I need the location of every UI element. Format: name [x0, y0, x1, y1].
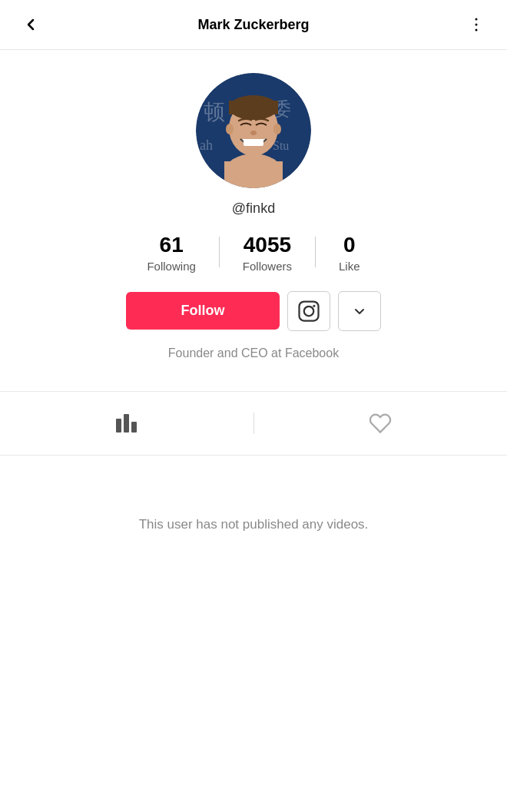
profile-section: 顿 委 ah Stu	[0, 50, 507, 383]
grid-icon	[116, 414, 137, 433]
following-label: Following	[147, 260, 195, 273]
instagram-button[interactable]	[287, 291, 330, 331]
svg-point-18	[304, 306, 314, 316]
following-count: 61	[160, 232, 184, 258]
svg-point-14	[273, 124, 281, 134]
following-stat[interactable]: 61 Following	[124, 232, 218, 273]
username: @finkd	[232, 201, 275, 217]
empty-message: This user has not published any videos.	[139, 517, 369, 532]
dropdown-button[interactable]	[338, 291, 381, 331]
svg-point-1	[476, 24, 478, 26]
tab-liked[interactable]	[254, 404, 508, 442]
profile-bio: Founder and CEO at Facebook	[168, 346, 339, 360]
followers-count: 4055	[244, 232, 291, 258]
avatar: 顿 委 ah Stu	[196, 73, 311, 188]
svg-point-15	[250, 131, 257, 135]
actions-row: Follow	[126, 291, 381, 331]
likes-label: Like	[339, 260, 360, 273]
back-button[interactable]	[15, 12, 46, 37]
svg-point-13	[226, 124, 234, 134]
svg-point-19	[313, 304, 315, 307]
header-title: Mark Zuckerberg	[46, 17, 461, 33]
stats-row: 61 Following 4055 Followers 0 Like	[15, 232, 492, 273]
svg-rect-16	[244, 140, 263, 146]
svg-point-2	[476, 29, 478, 31]
svg-text:ah: ah	[200, 138, 213, 153]
svg-rect-9	[224, 161, 283, 188]
more-options-button[interactable]	[461, 12, 492, 37]
instagram-icon	[297, 300, 320, 323]
empty-state: This user has not published any videos.	[0, 456, 507, 594]
followers-stat[interactable]: 4055 Followers	[220, 232, 315, 273]
follow-button[interactable]: Follow	[126, 292, 280, 330]
svg-text:顿: 顿	[204, 100, 225, 124]
svg-point-0	[476, 18, 478, 21]
heart-icon	[369, 412, 392, 435]
tab-videos[interactable]	[0, 406, 254, 440]
likes-stat[interactable]: 0 Like	[316, 232, 383, 273]
app-header: Mark Zuckerberg	[0, 0, 507, 50]
tabs-row	[0, 392, 507, 456]
chevron-down-icon	[353, 305, 366, 317]
likes-count: 0	[343, 232, 356, 258]
svg-rect-12	[229, 101, 278, 114]
svg-rect-17	[300, 301, 319, 320]
followers-label: Followers	[243, 260, 292, 273]
